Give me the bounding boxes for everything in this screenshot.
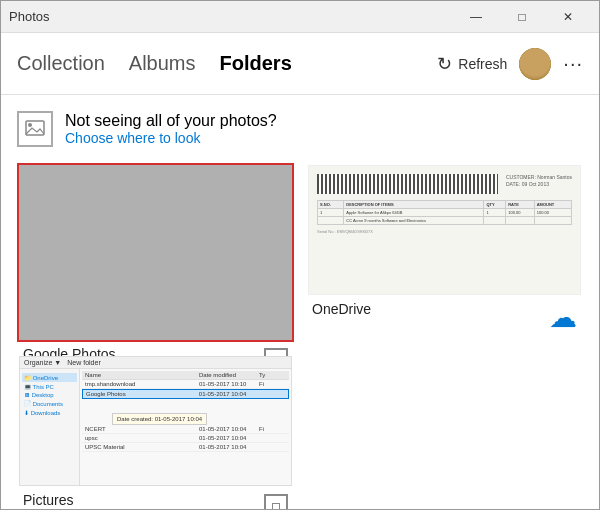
- content: Not seeing all of your photos? Choose wh…: [1, 95, 599, 510]
- folder-info-pictures: Pictures C:\Users\saxen\Pictures: [19, 486, 292, 510]
- titlebar: Photos — □ ✕: [1, 1, 599, 33]
- more-button[interactable]: ···: [563, 52, 583, 75]
- refresh-label: Refresh: [458, 56, 507, 72]
- doc-info: CUSTOMER: Norman Santos DATE: 09 Oct 201…: [506, 174, 572, 194]
- navbar: Collection Albums Folders ↻ Refresh ···: [1, 33, 599, 95]
- cell-name-3: upsc: [82, 434, 196, 442]
- col-name: Name: [82, 371, 196, 379]
- notice-link[interactable]: Choose where to look: [65, 130, 277, 146]
- doc-barcode: [317, 174, 498, 194]
- refresh-icon: ↻: [437, 53, 452, 75]
- cell-date-0: 01-05-2017 10:10: [196, 380, 256, 388]
- folder-name-onedrive: OneDrive: [312, 301, 371, 317]
- explorer-toolbar: Organize ▼ New folder: [20, 357, 291, 369]
- sidebar-downloads: ⬇ Downloads: [22, 408, 77, 417]
- notice-icon: [17, 111, 53, 147]
- sidebar-desktop: 🖥 Desktop: [22, 391, 77, 399]
- notice-text: Not seeing all of your photos?: [65, 112, 277, 130]
- avatar[interactable]: [519, 48, 551, 80]
- app: Collection Albums Folders ↻ Refresh ···: [1, 33, 599, 510]
- cell-date-2: 01-05-2017 10:04: [196, 425, 256, 433]
- nav-tabs: Collection Albums Folders: [17, 48, 292, 79]
- toolbar-new-folder: New folder: [67, 359, 100, 366]
- folder-card-pictures[interactable]: Organize ▼ New folder 📁 OneDrive 💻 This …: [17, 354, 294, 510]
- folder-info-onedrive: OneDrive ☁: [308, 295, 581, 340]
- explorer-main: Name Date modified Ty tmp.shandownload 0…: [80, 369, 291, 485]
- cell-date-1: 01-05-2017 10:04: [196, 390, 255, 398]
- explorer-header: Name Date modified Ty: [82, 371, 289, 380]
- cell-date-4: 01-05-2017 10:04: [196, 443, 256, 451]
- folder-thumbnail-google-photos: [19, 165, 292, 340]
- explorer-row-1: Google Photos 01-05-2017 10:04: [82, 389, 289, 399]
- sidebar-thispc: 💻 This PC: [22, 382, 77, 391]
- cell-name-0: tmp.shandownload: [82, 380, 196, 388]
- folder-thumbnail-pictures: Organize ▼ New folder 📁 OneDrive 💻 This …: [19, 356, 292, 486]
- folder-card-onedrive[interactable]: CUSTOMER: Norman Santos DATE: 09 Oct 201…: [306, 163, 583, 342]
- explorer-thumbnail: Organize ▼ New folder 📁 OneDrive 💻 This …: [19, 356, 292, 486]
- tab-collection[interactable]: Collection: [17, 48, 105, 79]
- explorer-body: 📁 OneDrive 💻 This PC 🖥 Desktop 📄 Documen…: [20, 369, 291, 485]
- onedrive-cloud-icon: ☁: [549, 301, 577, 334]
- explorer-sidebar: 📁 OneDrive 💻 This PC 🖥 Desktop 📄 Documen…: [20, 369, 80, 485]
- titlebar-controls: — □ ✕: [453, 1, 591, 33]
- tooltip: Date created: 01-05-2017 10:04: [112, 413, 207, 425]
- cell-date-3: 01-05-2017 10:04: [196, 434, 256, 442]
- titlebar-left: Photos: [9, 9, 49, 24]
- minimize-button[interactable]: —: [453, 1, 499, 33]
- cell-type-0: Fi: [256, 380, 289, 388]
- cell-type-1: [255, 393, 288, 395]
- avatar-image: [519, 48, 551, 80]
- explorer-row-4: UPSC Material 01-05-2017 10:04: [82, 443, 289, 452]
- col-date: Date modified: [196, 371, 256, 379]
- folder-details-pictures: Pictures C:\Users\saxen\Pictures: [23, 492, 130, 510]
- doc-footer: Serial No.: EMVQM4GSKKB7X: [317, 229, 572, 234]
- folder-card-google-photos[interactable]: Google Photos C:\Users\saxen\Google Driv…: [17, 163, 294, 342]
- tab-albums[interactable]: Albums: [129, 48, 196, 79]
- maximize-button[interactable]: □: [499, 1, 545, 33]
- close-button[interactable]: ✕: [545, 1, 591, 33]
- cell-type-4: [256, 446, 289, 448]
- folder-icon-inner-pictures: [272, 503, 280, 510]
- app-title: Photos: [9, 9, 49, 24]
- nav-right: ↻ Refresh ···: [437, 48, 583, 80]
- explorer-row-2: NCERT 01-05-2017 10:04 Fi: [82, 425, 289, 434]
- cell-type-3: [256, 437, 289, 439]
- notice-text-block: Not seeing all of your photos? Choose wh…: [65, 112, 277, 146]
- refresh-button[interactable]: ↻ Refresh: [437, 53, 507, 75]
- svg-point-1: [28, 123, 32, 127]
- folder-icon-pictures: [264, 494, 288, 510]
- cell-type-2: Fi: [256, 425, 289, 433]
- notice-bar: Not seeing all of your photos? Choose wh…: [17, 111, 583, 147]
- doc-table: S.NO.DESCRIPTION OF ITEMSQTYRATEAMOUNT 1…: [317, 200, 572, 225]
- folder-thumbnail-onedrive: CUSTOMER: Norman Santos DATE: 09 Oct 201…: [308, 165, 581, 295]
- col-type: Ty: [256, 371, 289, 379]
- cell-name-2: NCERT: [82, 425, 196, 433]
- cell-name-1: Google Photos: [83, 390, 196, 398]
- sidebar-onedrive: 📁 OneDrive: [22, 373, 77, 382]
- explorer-row-0: tmp.shandownload 01-05-2017 10:10 Fi: [82, 380, 289, 389]
- explorer-row-3: upsc 01-05-2017 10:04: [82, 434, 289, 443]
- sidebar-documents: 📄 Documents: [22, 399, 77, 408]
- tab-folders[interactable]: Folders: [220, 48, 292, 79]
- toolbar-organize: Organize ▼: [24, 359, 61, 366]
- svg-rect-0: [26, 121, 44, 135]
- cell-name-4: UPSC Material: [82, 443, 196, 451]
- folders-grid: Google Photos C:\Users\saxen\Google Driv…: [17, 163, 583, 510]
- folder-name-pictures: Pictures: [23, 492, 130, 508]
